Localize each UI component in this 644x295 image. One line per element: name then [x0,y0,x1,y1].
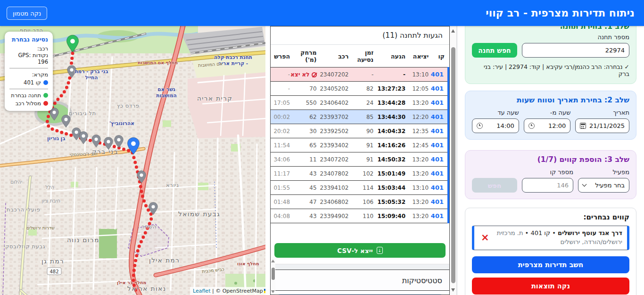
table-row[interactable]: 40113:2015:05:32106234068024701:48 [271,195,448,209]
scroll-down-icon[interactable] [271,290,275,293]
selected-station-dot-icon [43,93,48,98]
map-label: גבעת שמואל [178,210,220,218]
step2-card: שלב 2: בחירת תאריך וטווח שעות תאריך 21/1… [465,91,636,140]
table-row[interactable]: 40112:4514:16:2691233934026511:54 [271,138,448,152]
map-attribution: Leaflet | © OpenStreetMap [190,287,265,295]
step1-card: שלב 1: בחירת תחנה מספר תחנה 22974 חפש תח… [465,17,636,84]
clock-icon[interactable] [528,123,535,129]
search-line-button[interactable]: חפש [472,178,517,193]
control-panel: שלב 1: בחירת תחנה מספר תחנה 22974 חפש תח… [457,26,644,295]
time-to-label: שעה עד [472,109,519,116]
table-row[interactable]: 40112:3514:04:3290233925023020:02 [271,124,448,138]
results-scrollbar[interactable] [450,26,457,295]
legend-route-item: מסלול רכב [16,100,41,107]
map-label: מחלף אונו [237,261,259,266]
time-from-input[interactable]: 12:00 [524,118,571,133]
statistics-title: סטטיסטיקות [271,270,449,291]
legend-vehicle-label: רכב: [9,45,48,52]
map-label: בני ברק [92,148,118,155]
map-legend: נסיעה נבחרת רכב: נקודות GPS: 196 מקרא: ק… [5,32,53,111]
map-label: נאות אריאל [127,285,166,292]
station-confirmation: ✓ נבחרה: הרב כהנמן/רבי עקיבא | קוד: 2297… [472,63,629,77]
time-from-label: שעה מ- [524,109,571,116]
map-label: גיורא [166,182,179,188]
route-dot-icon [43,101,48,106]
operator-label: מפעיל [578,169,629,176]
table-row[interactable]: 40113:2013:44:28242340640255017:05 [271,96,448,110]
search-station-button[interactable]: חפש תחנה [472,43,517,58]
station-number-input[interactable]: 22974 [522,43,629,58]
arrivals-card: הגעות לתחנה (11) קויציאההגעהזמן נסיעהרכב… [270,26,450,295]
table-row[interactable]: 40113:2015:09:40110233949024304:08 [271,209,448,223]
page-title: ניתוח תדירות מצרפית - רב קווי [0,7,644,19]
not-departed-text: לא יצא [290,71,309,78]
map-label: אהרונוביץ' [109,120,134,126]
map-label: בני ברק - רמת החייל [74,68,108,81]
time-to-input[interactable]: 14:00 [472,118,519,133]
line-name: דרך אגד עוטף ירושלים [558,229,622,236]
scroll-up-icon[interactable] [451,29,455,33]
column-header: מרחק (מ') [294,45,321,67]
calculate-frequency-button[interactable]: חשב תדירות מצרפית [472,256,629,273]
date-label: תאריך [575,109,629,116]
operator-select[interactable]: בחר מפעיל [578,178,629,193]
line-color-dot-icon [43,80,48,85]
stats-scrollbar[interactable] [271,257,275,295]
map-label: זאב ז'בוטינסקי [70,151,98,157]
scroll-down-icon[interactable] [451,288,455,292]
clock-icon[interactable] [477,123,483,129]
map-label: יהלום [10,179,22,185]
arrivals-tbody: 40113:10--23407202לא יצא-40112:0513:27:2… [271,67,448,223]
table-row[interactable]: 40112:0513:27:23822340520270- [271,82,448,96]
section-divider [271,264,449,270]
legend-station-item: תחנה נבחרת [11,92,41,99]
chevron-down-icon [582,182,587,187]
map-label: רמת אילן [149,256,180,264]
line-number-label: מספר קו [522,169,573,176]
table-row[interactable]: 40113:2014:50:3291234072021134:06 [271,152,448,167]
export-csv-button[interactable]: ↓ ייצא ל-CSV [274,243,446,258]
column-header: קו [432,45,448,67]
date-input[interactable]: 21/11/2025 [575,118,629,133]
step3-title: שלב 3: הוספת קווים (1/7) [472,155,629,164]
leaflet-link[interactable]: Leaflet [193,288,210,294]
legend-title: נסיעה נבחרת [9,36,48,43]
column-header: יציאה [409,45,432,67]
column-header: זמן נסיעה [352,45,377,67]
clear-cache-button[interactable]: נקה מטמון [7,7,47,20]
selected-line-item[interactable]: דרך אגד עוטף ירושלים • קו 401 • ת. מרכזי… [472,226,629,250]
legend-gps-points: נקודות GPS: 196 [9,52,48,65]
map-label: תל גיבורים [69,110,96,117]
map-label: מחלף אם המושבות [138,60,178,65]
results-panel: הגעות לתחנה (11) קויציאההגעהזמן נסיעהרכב… [265,26,457,295]
column-header: הגעה [377,45,409,67]
map-label: חיבת ציון [41,198,60,203]
map-label: פרדס כץ [117,102,140,109]
map-label: מרום נווה [67,236,99,244]
table-row[interactable]: 40113:10--23407202לא יצא- [271,67,448,82]
map-label: גבעת קוזלובסקי [4,243,45,250]
column-header: רכב [321,45,353,67]
calendar-icon[interactable] [580,123,586,129]
map-label: אם המושבות [198,61,223,68]
osm-credit: © OpenStreetMap [215,288,263,294]
scrollbar-thumb[interactable] [272,268,275,280]
map-label: הלל [45,184,54,190]
not-departed-icon [312,72,317,77]
arrivals-title: הגעות לתחנה (11) [271,26,449,45]
map-label: בן גוריון [47,135,66,142]
scrollbar-thumb[interactable] [451,47,455,283]
table-row[interactable]: 40113:2015:01:49102234078024311:17 [271,167,448,181]
remove-line-icon[interactable]: × [479,233,491,243]
table-row[interactable]: 40113:1015:03:44114233941024501:55 [271,181,448,195]
table-header-row: קויציאההגעהזמן נסיעהרכבמרחק (מ')הפרש [271,45,448,67]
map[interactable]: 482 הדר יוסףתחנת רכבת קלה - קריית אריהבנ… [0,26,265,295]
scroll-up-icon[interactable] [271,260,275,262]
map-label: מחלף בר אילן [117,280,146,285]
map-label: פועלי הרכבת [7,206,40,213]
clear-results-button[interactable]: נקה תוצאות [472,278,629,295]
table-row[interactable]: 40112:2013:44:3085233937026200:02 [271,110,448,124]
line-number-input[interactable]: 146 [522,178,573,193]
legend-key-label: מקרא: [9,71,48,78]
selected-lines-card: קווים נבחרים: דרך אגד עוטף ירושלים • קו … [465,208,636,295]
